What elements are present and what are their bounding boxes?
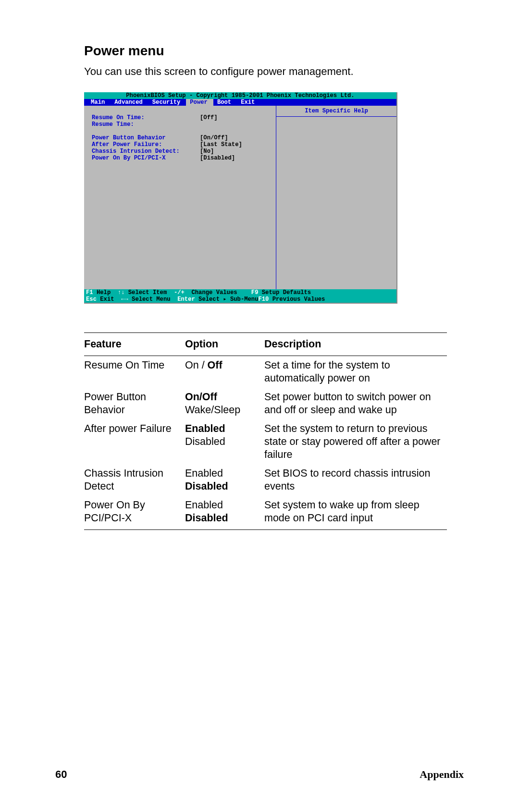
bios-menu-advanced: Advanced bbox=[111, 99, 148, 106]
bios-screenshot: PhoenixBIOS Setup - Copyright 1985-2001 … bbox=[84, 92, 397, 304]
cell-option: EnabledDisabled bbox=[185, 419, 264, 464]
bios-setting-label: After Power Failure: bbox=[92, 141, 200, 148]
key-f1: F1 bbox=[86, 289, 97, 296]
bios-menu-exit: Exit bbox=[237, 99, 260, 106]
bios-menu-boot: Boot bbox=[213, 99, 237, 106]
bios-setting-label: Resume On Time: bbox=[92, 114, 200, 121]
bios-footer: F1 Help ↑↓ Select Item -/+ Change Values… bbox=[84, 289, 396, 303]
bios-setting-row: Resume Time: bbox=[86, 121, 276, 128]
label-previous-values: Previous Values bbox=[272, 296, 325, 303]
bios-setting-label: Chassis Intrusion Detect: bbox=[92, 148, 200, 155]
key-updown: ↑↓ bbox=[118, 289, 125, 296]
label-setup-defaults: Setup Defaults bbox=[262, 289, 311, 296]
bios-setting-row: Resume On Time:[Off] bbox=[86, 114, 276, 121]
bios-help-title: Item Specific Help bbox=[276, 108, 396, 117]
cell-option: On / Off bbox=[185, 356, 264, 388]
bios-setting-value: [Last State] bbox=[200, 141, 242, 148]
label-submenu: Select ▸ Sub-Menu bbox=[198, 296, 258, 303]
bios-setting-row: Power On By PCI/PCI-X[Disabled] bbox=[86, 155, 276, 161]
key-plusminus: -/+ bbox=[174, 289, 192, 296]
bios-help-pane: Item Specific Help bbox=[276, 106, 396, 289]
table-row: Resume On TimeOn / OffSet a time for the… bbox=[84, 356, 447, 388]
bios-setting-value: [On/Off] bbox=[200, 135, 228, 141]
section-description: You can use this screen to configure pow… bbox=[84, 65, 464, 78]
cell-description: Set BIOS to record chassis intru­sion ev… bbox=[264, 464, 447, 496]
cell-feature: Chassis Intrusion Detect bbox=[84, 464, 185, 496]
col-feature: Feature bbox=[84, 333, 185, 356]
cell-feature: After power Failure bbox=[84, 419, 185, 464]
cell-feature: Power On By PCI/PCI-X bbox=[84, 496, 185, 530]
page-footer: 60 Appendix bbox=[55, 768, 464, 781]
bios-setting-row: After Power Failure:[Last State] bbox=[86, 141, 276, 148]
bios-setting-value: [Disabled] bbox=[200, 155, 235, 161]
cell-option: EnabledDisabled bbox=[185, 496, 264, 530]
key-f9: F9 bbox=[251, 289, 262, 296]
bios-setting-value: [No] bbox=[200, 148, 214, 155]
label-select-menu: Select Menu bbox=[128, 296, 177, 303]
section-heading: Power menu bbox=[84, 43, 464, 59]
bios-setting-label: Power Button Behavior bbox=[92, 135, 200, 141]
table-row: Power Button BehaviorOn/OffWake/SleepSet… bbox=[84, 388, 447, 419]
bios-title-bar: PhoenixBIOS Setup - Copyright 1985-2001 … bbox=[84, 92, 396, 99]
cell-option: On/OffWake/Sleep bbox=[185, 388, 264, 419]
label-select-item: Select Item bbox=[124, 289, 173, 296]
cell-option: EnabledDisabled bbox=[185, 464, 264, 496]
cell-description: Set system to wake up from sleep mode on… bbox=[264, 496, 447, 530]
key-esc: Esc bbox=[86, 296, 100, 303]
bios-setting-row: Chassis Intrusion Detect:[No] bbox=[86, 148, 276, 155]
col-description: Description bbox=[264, 333, 447, 356]
key-enter: Enter bbox=[177, 296, 198, 303]
key-leftright: ←→ bbox=[121, 296, 128, 303]
table-row: Chassis Intrusion DetectEnabledDisabledS… bbox=[84, 464, 447, 496]
cell-description: Set the system to return to previous sta… bbox=[264, 419, 447, 464]
bios-menu-main: Main bbox=[87, 99, 111, 106]
key-f10: F10 bbox=[258, 296, 272, 303]
cell-feature: Power Button Behavior bbox=[84, 388, 185, 419]
section-name: Appendix bbox=[420, 768, 464, 781]
label-exit: Exit bbox=[100, 296, 121, 303]
bios-menu-bar: MainAdvancedSecurityPowerBootExit bbox=[84, 99, 396, 106]
table-row: After power FailureEnabledDisabledSet th… bbox=[84, 419, 447, 464]
bios-setting-label: Resume Time: bbox=[92, 121, 200, 128]
page-number: 60 bbox=[55, 768, 67, 781]
table-row: Power On By PCI/PCI-XEnabledDisabledSet … bbox=[84, 496, 447, 530]
bios-setting-value: [Off] bbox=[200, 114, 218, 121]
feature-table: Feature Option Description Resume On Tim… bbox=[84, 332, 447, 530]
bios-setting-row: Power Button Behavior[On/Off] bbox=[86, 135, 276, 141]
bios-setting-label: Power On By PCI/PCI-X bbox=[92, 155, 200, 161]
cell-feature: Resume On Time bbox=[84, 356, 185, 388]
bios-menu-security: Security bbox=[148, 99, 186, 106]
label-help: Help bbox=[97, 289, 118, 296]
cell-description: Set a time for the system to automatical… bbox=[264, 356, 447, 388]
bios-settings-pane: Resume On Time:[Off]Resume Time:Power Bu… bbox=[84, 106, 276, 289]
cell-description: Set power button to switch power on and … bbox=[264, 388, 447, 419]
col-option: Option bbox=[185, 333, 264, 356]
bios-menu-power: Power bbox=[186, 99, 213, 106]
label-change-values: Change Values bbox=[191, 289, 251, 296]
